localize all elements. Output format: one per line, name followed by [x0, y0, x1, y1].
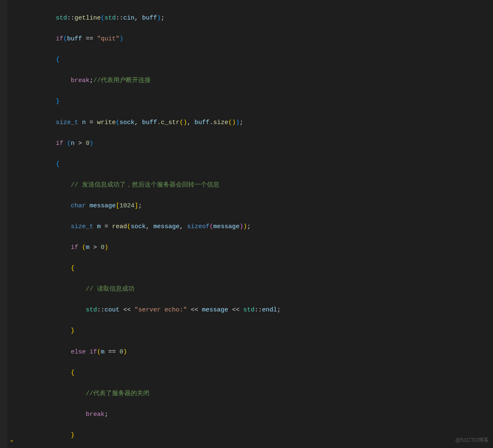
code-line: { — [18, 368, 491, 378]
code-line: } — [18, 326, 491, 336]
watermark-text: @51CTO博客 — [455, 436, 489, 445]
code-line: { — [18, 159, 491, 169]
code-line: else if(m == 0) — [18, 347, 491, 357]
code-line: } — [18, 96, 491, 107]
activity-bar — [0, 0, 7, 448]
code-line: // 发送信息成功了，然后这个服务器会回转一个信息 — [18, 180, 491, 190]
code-line: if (m > 0) — [18, 242, 491, 253]
fold-indicator-icon[interactable]: ⌄ — [10, 435, 13, 445]
code-line: break;//代表用户断开连接 — [18, 75, 491, 86]
code-line: char message[1024]; — [18, 201, 491, 211]
code-editor[interactable]: std::getline(std::cin, buff); if(buff ==… — [18, 2, 491, 448]
code-line: if (n > 0) — [18, 138, 491, 149]
code-line: size_t n = write(sock, buff.c_str(), buf… — [18, 117, 491, 128]
code-line: if(buff == "quit") — [18, 34, 491, 44]
line-gutter — [7, 0, 18, 448]
code-line: } — [18, 430, 491, 441]
code-line: // 读取信息成功 — [18, 284, 491, 294]
code-line: break; — [18, 409, 491, 420]
code-line: size_t m = read(sock, message, sizeof(me… — [18, 222, 491, 232]
code-line: { — [18, 55, 491, 65]
code-line: std::getline(std::cin, buff); — [18, 13, 491, 23]
code-line: std::cout << "server echo:" << message <… — [18, 305, 491, 315]
code-line: //代表了服务器的关闭 — [18, 388, 491, 399]
code-line: { — [18, 263, 491, 274]
